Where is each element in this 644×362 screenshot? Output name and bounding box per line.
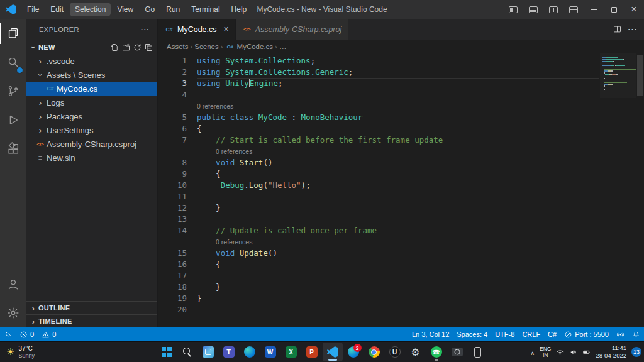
code-line[interactable]: 2using System.Collections.Generic; xyxy=(158,67,599,78)
code-line[interactable]: 13 xyxy=(158,214,599,225)
more-actions-icon[interactable] xyxy=(628,25,638,34)
activity-extensions[interactable] xyxy=(0,134,26,163)
code-line[interactable]: 1using System.Collections; xyxy=(158,55,599,67)
tree-item-assembly-csharp-csproj[interactable]: </>Assembly-CSharp.csproj xyxy=(26,137,157,151)
wifi-icon[interactable] xyxy=(556,348,564,356)
menu-terminal[interactable]: Terminal xyxy=(186,3,225,16)
status-crlf[interactable]: CRLF xyxy=(518,327,544,341)
code-editor[interactable]: 1using System.Collections;2using System.… xyxy=(158,53,644,327)
code-line[interactable]: 19} xyxy=(158,293,599,304)
codelens-references[interactable]: 0 references xyxy=(216,236,252,248)
codelens-row[interactable]: 0 references xyxy=(158,236,599,248)
maximize-button[interactable] xyxy=(604,0,624,19)
code-line[interactable]: 4 xyxy=(158,89,599,101)
tree-item-logs[interactable]: Logs xyxy=(26,96,157,109)
taskbar-photos[interactable] xyxy=(198,343,218,361)
refresh-explorer-icon[interactable] xyxy=(133,43,142,52)
minimize-button[interactable] xyxy=(584,0,604,19)
code-line[interactable]: 20 xyxy=(158,304,599,315)
tree-item-usersettings[interactable]: UserSettings xyxy=(26,123,157,137)
codelens-references[interactable]: 0 references xyxy=(216,146,252,157)
toggle-panel-icon[interactable] xyxy=(523,0,543,19)
toggle-secondary-sidebar-icon[interactable] xyxy=(543,0,564,19)
tab-mycode-cs[interactable]: MyCode.cs xyxy=(158,19,236,40)
code-line[interactable]: 12 } xyxy=(158,202,599,214)
status-warning[interactable]: 0 xyxy=(38,327,60,341)
clock[interactable]: 11:41 28-04-2022 xyxy=(596,344,626,359)
taskbar-chrome[interactable] xyxy=(364,343,384,361)
minimap[interactable] xyxy=(600,53,636,98)
menu-edit[interactable]: Edit xyxy=(45,3,69,16)
status-bell[interactable] xyxy=(628,327,644,341)
code-line[interactable]: 6{ xyxy=(158,123,599,134)
activity-run-debug[interactable] xyxy=(0,106,26,134)
activity-search[interactable] xyxy=(0,48,26,77)
code-line[interactable]: 16 { xyxy=(158,259,599,270)
new-file-icon[interactable] xyxy=(110,43,119,52)
menu-run[interactable]: Run xyxy=(161,3,185,16)
scrollbar-thumb[interactable] xyxy=(637,55,643,96)
menu-file[interactable]: File xyxy=(22,3,44,16)
status-error[interactable]: 0 xyxy=(16,327,38,341)
code-line[interactable]: 8 void Start() xyxy=(158,157,599,168)
code-line[interactable]: 15 void Update() xyxy=(158,248,599,259)
customize-layout-icon[interactable] xyxy=(564,0,584,19)
menu-go[interactable]: Go xyxy=(140,3,160,16)
taskbar-settings[interactable] xyxy=(406,343,426,361)
close-icon[interactable] xyxy=(224,25,229,34)
taskbar-unity[interactable] xyxy=(385,343,405,361)
status-circle-slash[interactable]: Port : 5500 xyxy=(560,327,613,341)
section-timeline[interactable]: TIMELINE xyxy=(26,314,157,327)
codelens-references[interactable]: 0 references xyxy=(197,101,233,112)
section-outline[interactable]: OUTLINE xyxy=(26,301,157,314)
activity-account[interactable] xyxy=(0,270,26,299)
battery-icon[interactable] xyxy=(582,348,591,356)
taskbar-start[interactable] xyxy=(157,343,177,361)
taskbar-whatsapp[interactable] xyxy=(426,343,447,361)
taskbar-phone-link[interactable] xyxy=(468,343,488,361)
new-folder-icon[interactable] xyxy=(121,43,131,52)
code-line[interactable]: 14 // Update is called once per frame xyxy=(158,225,599,236)
taskbar-camera[interactable] xyxy=(447,343,467,361)
status-utf-8[interactable]: UTF-8 xyxy=(491,327,518,341)
status-c#[interactable]: C# xyxy=(544,327,560,341)
code-line[interactable]: 7 // Start is called before the first fr… xyxy=(158,134,599,146)
status-spaces-4[interactable]: Spaces: 4 xyxy=(453,327,491,341)
status-remote[interactable] xyxy=(0,327,16,341)
status-broadcast[interactable] xyxy=(613,327,628,341)
taskbar-edge[interactable] xyxy=(240,343,260,361)
menu-selection[interactable]: Selection xyxy=(70,3,111,16)
taskbar-teams[interactable] xyxy=(219,343,239,361)
code-line[interactable]: 9 { xyxy=(158,168,599,180)
codelens-row[interactable]: 0 references xyxy=(158,101,599,112)
code-line[interactable]: 17 xyxy=(158,270,599,282)
tree-item-assets-scenes[interactable]: Assets \ Scenes xyxy=(26,68,157,82)
menu-help[interactable]: Help xyxy=(226,3,252,16)
breadcrumb-[interactable]: … xyxy=(279,43,287,50)
split-editor-icon[interactable] xyxy=(613,25,622,34)
code-line[interactable]: 3using UnityEngine; xyxy=(158,78,599,89)
notification-count-badge[interactable]: 13 xyxy=(631,347,641,357)
activity-explorer[interactable] xyxy=(0,19,26,48)
tree-item-vscode[interactable]: .vscode xyxy=(26,54,157,68)
menu-view[interactable]: View xyxy=(112,3,138,16)
volume-icon[interactable] xyxy=(569,348,577,356)
codelens-row[interactable]: 0 references xyxy=(158,146,599,157)
taskbar-vscode[interactable] xyxy=(323,343,343,361)
tree-item-mycode-cs[interactable]: C#MyCode.cs xyxy=(26,82,157,96)
activity-source-control[interactable] xyxy=(0,77,26,106)
toggle-primary-sidebar-icon[interactable] xyxy=(503,0,523,19)
code-line[interactable]: 11 xyxy=(158,191,599,202)
editor-scrollbar[interactable] xyxy=(636,53,644,327)
language-indicator[interactable]: ENG IN xyxy=(540,346,551,358)
collapse-folders-icon[interactable] xyxy=(144,43,153,52)
views-and-more-actions-icon[interactable] xyxy=(141,26,150,33)
taskbar-word[interactable] xyxy=(260,343,280,361)
status-ln-3-col-12[interactable]: Ln 3, Col 12 xyxy=(408,327,453,341)
breadcrumb-assets[interactable]: Assets xyxy=(167,43,189,50)
weather-widget[interactable]: 37°C Sunny xyxy=(1,342,40,362)
activity-settings[interactable] xyxy=(0,299,26,327)
taskbar-browser[interactable]: 2 xyxy=(343,343,364,361)
tree-item-packages[interactable]: Packages xyxy=(26,109,157,123)
breadcrumb-scenes[interactable]: Scenes xyxy=(194,43,218,50)
